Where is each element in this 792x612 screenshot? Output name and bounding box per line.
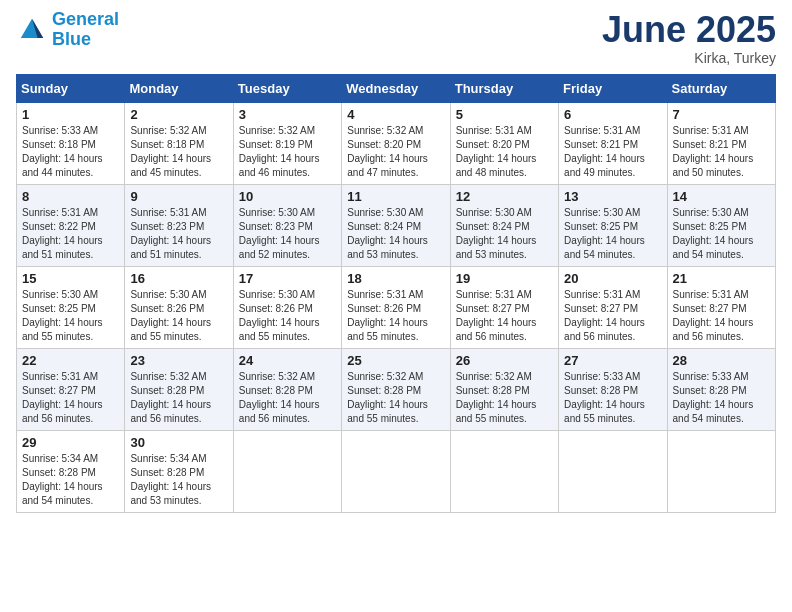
day-number: 26 <box>456 353 553 368</box>
calendar-cell: 23 Sunrise: 5:32 AMSunset: 8:28 PMDaylig… <box>125 348 233 430</box>
calendar-cell: 3 Sunrise: 5:32 AMSunset: 8:19 PMDayligh… <box>233 102 341 184</box>
calendar-cell: 1 Sunrise: 5:33 AMSunset: 8:18 PMDayligh… <box>17 102 125 184</box>
day-number: 15 <box>22 271 119 286</box>
day-number: 19 <box>456 271 553 286</box>
day-number: 13 <box>564 189 661 204</box>
logo-icon <box>16 14 48 46</box>
day-number: 22 <box>22 353 119 368</box>
page: General Blue June 2025 Kirka, Turkey Sun… <box>0 0 792 529</box>
day-info: Sunrise: 5:30 AMSunset: 8:25 PMDaylight:… <box>673 207 754 260</box>
calendar-cell: 6 Sunrise: 5:31 AMSunset: 8:21 PMDayligh… <box>559 102 667 184</box>
month-title: June 2025 <box>602 10 776 50</box>
day-info: Sunrise: 5:30 AMSunset: 8:26 PMDaylight:… <box>130 289 211 342</box>
calendar-week-row: 22 Sunrise: 5:31 AMSunset: 8:27 PMDaylig… <box>17 348 776 430</box>
day-info: Sunrise: 5:31 AMSunset: 8:22 PMDaylight:… <box>22 207 103 260</box>
day-number: 21 <box>673 271 770 286</box>
calendar-cell: 20 Sunrise: 5:31 AMSunset: 8:27 PMDaylig… <box>559 266 667 348</box>
calendar-cell: 19 Sunrise: 5:31 AMSunset: 8:27 PMDaylig… <box>450 266 558 348</box>
day-number: 6 <box>564 107 661 122</box>
calendar-cell <box>233 430 341 512</box>
title-area: June 2025 Kirka, Turkey <box>602 10 776 66</box>
calendar-cell: 26 Sunrise: 5:32 AMSunset: 8:28 PMDaylig… <box>450 348 558 430</box>
day-info: Sunrise: 5:30 AMSunset: 8:23 PMDaylight:… <box>239 207 320 260</box>
day-info: Sunrise: 5:33 AMSunset: 8:28 PMDaylight:… <box>673 371 754 424</box>
day-info: Sunrise: 5:31 AMSunset: 8:23 PMDaylight:… <box>130 207 211 260</box>
calendar-cell: 13 Sunrise: 5:30 AMSunset: 8:25 PMDaylig… <box>559 184 667 266</box>
calendar-cell: 21 Sunrise: 5:31 AMSunset: 8:27 PMDaylig… <box>667 266 775 348</box>
calendar-cell: 27 Sunrise: 5:33 AMSunset: 8:28 PMDaylig… <box>559 348 667 430</box>
calendar-table: SundayMondayTuesdayWednesdayThursdayFrid… <box>16 74 776 513</box>
day-info: Sunrise: 5:30 AMSunset: 8:25 PMDaylight:… <box>22 289 103 342</box>
day-info: Sunrise: 5:32 AMSunset: 8:28 PMDaylight:… <box>130 371 211 424</box>
calendar-cell: 28 Sunrise: 5:33 AMSunset: 8:28 PMDaylig… <box>667 348 775 430</box>
calendar-cell: 24 Sunrise: 5:32 AMSunset: 8:28 PMDaylig… <box>233 348 341 430</box>
day-info: Sunrise: 5:30 AMSunset: 8:24 PMDaylight:… <box>456 207 537 260</box>
day-number: 10 <box>239 189 336 204</box>
day-number: 11 <box>347 189 444 204</box>
weekday-header: Saturday <box>667 74 775 102</box>
calendar-week-row: 8 Sunrise: 5:31 AMSunset: 8:22 PMDayligh… <box>17 184 776 266</box>
weekday-header-row: SundayMondayTuesdayWednesdayThursdayFrid… <box>17 74 776 102</box>
day-number: 16 <box>130 271 227 286</box>
calendar-cell <box>450 430 558 512</box>
calendar-cell: 29 Sunrise: 5:34 AMSunset: 8:28 PMDaylig… <box>17 430 125 512</box>
calendar-cell: 18 Sunrise: 5:31 AMSunset: 8:26 PMDaylig… <box>342 266 450 348</box>
calendar-cell: 25 Sunrise: 5:32 AMSunset: 8:28 PMDaylig… <box>342 348 450 430</box>
weekday-header: Friday <box>559 74 667 102</box>
calendar-cell <box>559 430 667 512</box>
day-number: 4 <box>347 107 444 122</box>
day-info: Sunrise: 5:31 AMSunset: 8:27 PMDaylight:… <box>564 289 645 342</box>
calendar-cell: 7 Sunrise: 5:31 AMSunset: 8:21 PMDayligh… <box>667 102 775 184</box>
day-number: 24 <box>239 353 336 368</box>
day-number: 7 <box>673 107 770 122</box>
day-info: Sunrise: 5:34 AMSunset: 8:28 PMDaylight:… <box>22 453 103 506</box>
day-number: 1 <box>22 107 119 122</box>
day-info: Sunrise: 5:31 AMSunset: 8:21 PMDaylight:… <box>673 125 754 178</box>
day-info: Sunrise: 5:31 AMSunset: 8:21 PMDaylight:… <box>564 125 645 178</box>
weekday-header: Wednesday <box>342 74 450 102</box>
day-info: Sunrise: 5:32 AMSunset: 8:28 PMDaylight:… <box>456 371 537 424</box>
day-number: 2 <box>130 107 227 122</box>
location: Kirka, Turkey <box>602 50 776 66</box>
calendar-cell <box>667 430 775 512</box>
day-info: Sunrise: 5:30 AMSunset: 8:25 PMDaylight:… <box>564 207 645 260</box>
day-number: 5 <box>456 107 553 122</box>
day-info: Sunrise: 5:31 AMSunset: 8:27 PMDaylight:… <box>456 289 537 342</box>
calendar-cell: 14 Sunrise: 5:30 AMSunset: 8:25 PMDaylig… <box>667 184 775 266</box>
calendar-cell: 17 Sunrise: 5:30 AMSunset: 8:26 PMDaylig… <box>233 266 341 348</box>
calendar-week-row: 29 Sunrise: 5:34 AMSunset: 8:28 PMDaylig… <box>17 430 776 512</box>
day-info: Sunrise: 5:33 AMSunset: 8:18 PMDaylight:… <box>22 125 103 178</box>
calendar-week-row: 15 Sunrise: 5:30 AMSunset: 8:25 PMDaylig… <box>17 266 776 348</box>
day-number: 17 <box>239 271 336 286</box>
calendar-cell: 10 Sunrise: 5:30 AMSunset: 8:23 PMDaylig… <box>233 184 341 266</box>
weekday-header: Monday <box>125 74 233 102</box>
day-info: Sunrise: 5:32 AMSunset: 8:18 PMDaylight:… <box>130 125 211 178</box>
calendar-cell: 8 Sunrise: 5:31 AMSunset: 8:22 PMDayligh… <box>17 184 125 266</box>
weekday-header: Sunday <box>17 74 125 102</box>
day-info: Sunrise: 5:31 AMSunset: 8:26 PMDaylight:… <box>347 289 428 342</box>
calendar-cell: 30 Sunrise: 5:34 AMSunset: 8:28 PMDaylig… <box>125 430 233 512</box>
calendar-cell: 2 Sunrise: 5:32 AMSunset: 8:18 PMDayligh… <box>125 102 233 184</box>
calendar-cell: 12 Sunrise: 5:30 AMSunset: 8:24 PMDaylig… <box>450 184 558 266</box>
calendar-cell <box>342 430 450 512</box>
day-info: Sunrise: 5:31 AMSunset: 8:27 PMDaylight:… <box>673 289 754 342</box>
day-number: 18 <box>347 271 444 286</box>
day-number: 8 <box>22 189 119 204</box>
day-number: 27 <box>564 353 661 368</box>
calendar-cell: 9 Sunrise: 5:31 AMSunset: 8:23 PMDayligh… <box>125 184 233 266</box>
day-number: 29 <box>22 435 119 450</box>
day-info: Sunrise: 5:32 AMSunset: 8:28 PMDaylight:… <box>239 371 320 424</box>
day-number: 23 <box>130 353 227 368</box>
day-info: Sunrise: 5:32 AMSunset: 8:20 PMDaylight:… <box>347 125 428 178</box>
calendar-cell: 5 Sunrise: 5:31 AMSunset: 8:20 PMDayligh… <box>450 102 558 184</box>
day-number: 12 <box>456 189 553 204</box>
calendar-cell: 16 Sunrise: 5:30 AMSunset: 8:26 PMDaylig… <box>125 266 233 348</box>
day-number: 9 <box>130 189 227 204</box>
day-info: Sunrise: 5:32 AMSunset: 8:19 PMDaylight:… <box>239 125 320 178</box>
day-number: 20 <box>564 271 661 286</box>
calendar-cell: 4 Sunrise: 5:32 AMSunset: 8:20 PMDayligh… <box>342 102 450 184</box>
day-info: Sunrise: 5:31 AMSunset: 8:27 PMDaylight:… <box>22 371 103 424</box>
day-number: 28 <box>673 353 770 368</box>
calendar-cell: 15 Sunrise: 5:30 AMSunset: 8:25 PMDaylig… <box>17 266 125 348</box>
weekday-header: Thursday <box>450 74 558 102</box>
